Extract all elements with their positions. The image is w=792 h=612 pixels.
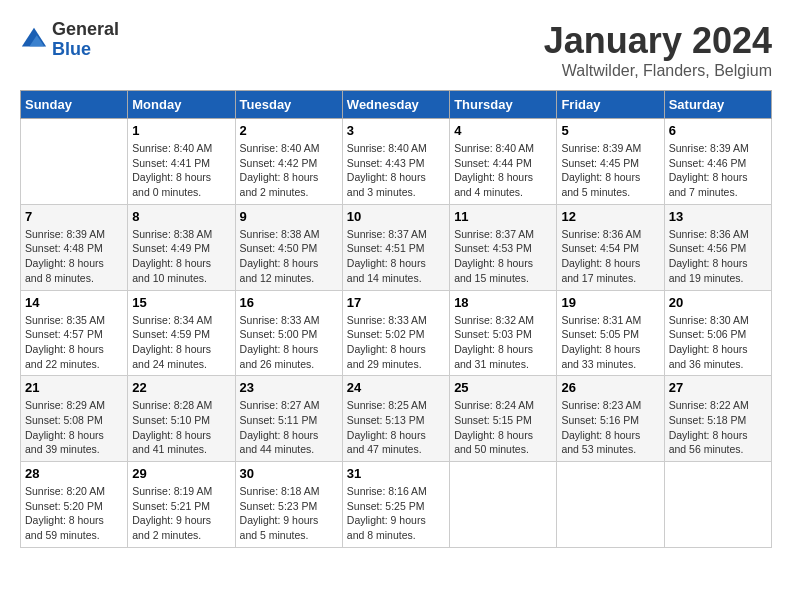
day-info: Sunrise: 8:40 AMSunset: 4:42 PMDaylight:…: [240, 141, 338, 200]
day-info: Sunrise: 8:40 AMSunset: 4:41 PMDaylight:…: [132, 141, 230, 200]
calendar-week-3: 14Sunrise: 8:35 AMSunset: 4:57 PMDayligh…: [21, 290, 772, 376]
calendar-cell: 28Sunrise: 8:20 AMSunset: 5:20 PMDayligh…: [21, 462, 128, 548]
calendar-week-4: 21Sunrise: 8:29 AMSunset: 5:08 PMDayligh…: [21, 376, 772, 462]
day-number: 10: [347, 209, 445, 224]
day-number: 5: [561, 123, 659, 138]
day-info: Sunrise: 8:40 AMSunset: 4:43 PMDaylight:…: [347, 141, 445, 200]
calendar-cell: [557, 462, 664, 548]
day-info: Sunrise: 8:38 AMSunset: 4:50 PMDaylight:…: [240, 227, 338, 286]
calendar-subtitle: Waltwilder, Flanders, Belgium: [544, 62, 772, 80]
day-header-friday: Friday: [557, 91, 664, 119]
day-info: Sunrise: 8:22 AMSunset: 5:18 PMDaylight:…: [669, 398, 767, 457]
calendar-cell: 17Sunrise: 8:33 AMSunset: 5:02 PMDayligh…: [342, 290, 449, 376]
day-info: Sunrise: 8:24 AMSunset: 5:15 PMDaylight:…: [454, 398, 552, 457]
day-header-saturday: Saturday: [664, 91, 771, 119]
calendar-cell: 24Sunrise: 8:25 AMSunset: 5:13 PMDayligh…: [342, 376, 449, 462]
logo-icon: [20, 26, 48, 54]
day-number: 25: [454, 380, 552, 395]
calendar-table: SundayMondayTuesdayWednesdayThursdayFrid…: [20, 90, 772, 548]
calendar-cell: 30Sunrise: 8:18 AMSunset: 5:23 PMDayligh…: [235, 462, 342, 548]
day-number: 15: [132, 295, 230, 310]
day-number: 30: [240, 466, 338, 481]
day-header-tuesday: Tuesday: [235, 91, 342, 119]
calendar-cell: 13Sunrise: 8:36 AMSunset: 4:56 PMDayligh…: [664, 204, 771, 290]
calendar-cell: 11Sunrise: 8:37 AMSunset: 4:53 PMDayligh…: [450, 204, 557, 290]
day-info: Sunrise: 8:39 AMSunset: 4:48 PMDaylight:…: [25, 227, 123, 286]
calendar-cell: 19Sunrise: 8:31 AMSunset: 5:05 PMDayligh…: [557, 290, 664, 376]
calendar-week-1: 1Sunrise: 8:40 AMSunset: 4:41 PMDaylight…: [21, 119, 772, 205]
logo-general: General: [52, 19, 119, 39]
calendar-cell: 26Sunrise: 8:23 AMSunset: 5:16 PMDayligh…: [557, 376, 664, 462]
day-info: Sunrise: 8:39 AMSunset: 4:46 PMDaylight:…: [669, 141, 767, 200]
day-number: 2: [240, 123, 338, 138]
day-number: 16: [240, 295, 338, 310]
day-info: Sunrise: 8:33 AMSunset: 5:02 PMDaylight:…: [347, 313, 445, 372]
day-info: Sunrise: 8:30 AMSunset: 5:06 PMDaylight:…: [669, 313, 767, 372]
day-info: Sunrise: 8:28 AMSunset: 5:10 PMDaylight:…: [132, 398, 230, 457]
calendar-cell: 27Sunrise: 8:22 AMSunset: 5:18 PMDayligh…: [664, 376, 771, 462]
calendar-cell: 12Sunrise: 8:36 AMSunset: 4:54 PMDayligh…: [557, 204, 664, 290]
day-number: 7: [25, 209, 123, 224]
day-number: 22: [132, 380, 230, 395]
day-header-monday: Monday: [128, 91, 235, 119]
calendar-cell: 15Sunrise: 8:34 AMSunset: 4:59 PMDayligh…: [128, 290, 235, 376]
calendar-cell: 18Sunrise: 8:32 AMSunset: 5:03 PMDayligh…: [450, 290, 557, 376]
calendar-cell: 3Sunrise: 8:40 AMSunset: 4:43 PMDaylight…: [342, 119, 449, 205]
day-info: Sunrise: 8:39 AMSunset: 4:45 PMDaylight:…: [561, 141, 659, 200]
calendar-cell: 22Sunrise: 8:28 AMSunset: 5:10 PMDayligh…: [128, 376, 235, 462]
day-number: 9: [240, 209, 338, 224]
day-header-sunday: Sunday: [21, 91, 128, 119]
logo: General Blue: [20, 20, 119, 60]
calendar-cell: 29Sunrise: 8:19 AMSunset: 5:21 PMDayligh…: [128, 462, 235, 548]
day-info: Sunrise: 8:16 AMSunset: 5:25 PMDaylight:…: [347, 484, 445, 543]
day-number: 29: [132, 466, 230, 481]
logo-text: General Blue: [52, 20, 119, 60]
calendar-cell: [450, 462, 557, 548]
day-number: 28: [25, 466, 123, 481]
day-header-wednesday: Wednesday: [342, 91, 449, 119]
calendar-cell: [664, 462, 771, 548]
calendar-week-2: 7Sunrise: 8:39 AMSunset: 4:48 PMDaylight…: [21, 204, 772, 290]
calendar-cell: 10Sunrise: 8:37 AMSunset: 4:51 PMDayligh…: [342, 204, 449, 290]
day-info: Sunrise: 8:29 AMSunset: 5:08 PMDaylight:…: [25, 398, 123, 457]
day-info: Sunrise: 8:19 AMSunset: 5:21 PMDaylight:…: [132, 484, 230, 543]
day-number: 1: [132, 123, 230, 138]
day-number: 8: [132, 209, 230, 224]
day-info: Sunrise: 8:35 AMSunset: 4:57 PMDaylight:…: [25, 313, 123, 372]
calendar-header-row: SundayMondayTuesdayWednesdayThursdayFrid…: [21, 91, 772, 119]
logo-blue: Blue: [52, 39, 91, 59]
day-info: Sunrise: 8:36 AMSunset: 4:54 PMDaylight:…: [561, 227, 659, 286]
day-info: Sunrise: 8:31 AMSunset: 5:05 PMDaylight:…: [561, 313, 659, 372]
day-number: 27: [669, 380, 767, 395]
calendar-cell: 25Sunrise: 8:24 AMSunset: 5:15 PMDayligh…: [450, 376, 557, 462]
day-number: 19: [561, 295, 659, 310]
calendar-body: 1Sunrise: 8:40 AMSunset: 4:41 PMDaylight…: [21, 119, 772, 548]
day-info: Sunrise: 8:37 AMSunset: 4:53 PMDaylight:…: [454, 227, 552, 286]
calendar-cell: 2Sunrise: 8:40 AMSunset: 4:42 PMDaylight…: [235, 119, 342, 205]
day-info: Sunrise: 8:36 AMSunset: 4:56 PMDaylight:…: [669, 227, 767, 286]
day-info: Sunrise: 8:32 AMSunset: 5:03 PMDaylight:…: [454, 313, 552, 372]
day-info: Sunrise: 8:25 AMSunset: 5:13 PMDaylight:…: [347, 398, 445, 457]
day-info: Sunrise: 8:40 AMSunset: 4:44 PMDaylight:…: [454, 141, 552, 200]
calendar-cell: 7Sunrise: 8:39 AMSunset: 4:48 PMDaylight…: [21, 204, 128, 290]
title-block: January 2024 Waltwilder, Flanders, Belgi…: [544, 20, 772, 80]
day-number: 6: [669, 123, 767, 138]
day-info: Sunrise: 8:20 AMSunset: 5:20 PMDaylight:…: [25, 484, 123, 543]
calendar-cell: 5Sunrise: 8:39 AMSunset: 4:45 PMDaylight…: [557, 119, 664, 205]
day-number: 12: [561, 209, 659, 224]
calendar-cell: [21, 119, 128, 205]
calendar-cell: 9Sunrise: 8:38 AMSunset: 4:50 PMDaylight…: [235, 204, 342, 290]
day-number: 26: [561, 380, 659, 395]
day-number: 17: [347, 295, 445, 310]
calendar-cell: 21Sunrise: 8:29 AMSunset: 5:08 PMDayligh…: [21, 376, 128, 462]
day-number: 24: [347, 380, 445, 395]
calendar-cell: 6Sunrise: 8:39 AMSunset: 4:46 PMDaylight…: [664, 119, 771, 205]
calendar-cell: 14Sunrise: 8:35 AMSunset: 4:57 PMDayligh…: [21, 290, 128, 376]
calendar-cell: 1Sunrise: 8:40 AMSunset: 4:41 PMDaylight…: [128, 119, 235, 205]
calendar-cell: 16Sunrise: 8:33 AMSunset: 5:00 PMDayligh…: [235, 290, 342, 376]
calendar-cell: 20Sunrise: 8:30 AMSunset: 5:06 PMDayligh…: [664, 290, 771, 376]
day-info: Sunrise: 8:18 AMSunset: 5:23 PMDaylight:…: [240, 484, 338, 543]
day-number: 3: [347, 123, 445, 138]
calendar-week-5: 28Sunrise: 8:20 AMSunset: 5:20 PMDayligh…: [21, 462, 772, 548]
day-number: 14: [25, 295, 123, 310]
